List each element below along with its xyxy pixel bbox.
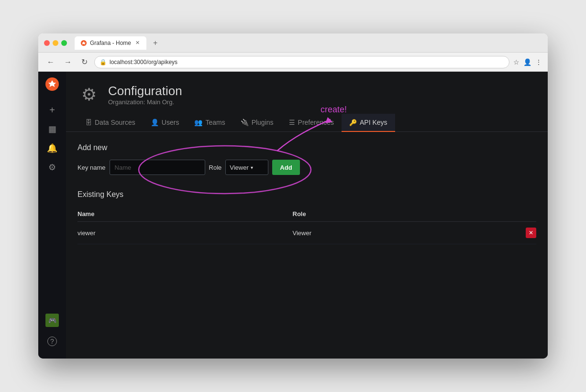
close-window-button[interactable] [44,40,50,46]
tab-plugins-label: Plugins [252,119,274,126]
row-actions: ✕ [508,228,536,238]
tab-data-sources[interactable]: 🗄 Data Sources [77,114,143,132]
tab-users-label: Users [162,119,179,126]
sidebar-item-dashboards[interactable]: ▦ [38,120,66,139]
role-dropdown[interactable]: Viewer ▾ [225,160,268,175]
row-name: viewer [77,229,293,237]
key-name-input[interactable] [110,160,205,175]
chevron-down-icon: ▾ [251,165,253,170]
favicon-icon [80,40,87,46]
toolbar-actions: ☆ 👤 ⋮ [513,58,542,66]
role-value: Viewer [230,164,249,171]
preferences-icon: ☰ [289,119,295,126]
configuration-icon: ⚙ [81,85,97,105]
row-role: Viewer [293,229,508,237]
minimize-window-button[interactable] [53,40,58,46]
tab-preferences-label: Preferences [298,119,334,126]
column-name: Name [77,210,293,218]
tab-close-button[interactable]: ✕ [134,40,141,46]
add-new-form: Key name Role Viewer ▾ Add [77,160,536,175]
address-bar[interactable]: 🔒 localhost:3000/org/apikeys [94,56,509,68]
tab-api-keys-label: API Keys [360,119,387,126]
page-subtitle: Organization: Main Org. [108,98,182,106]
menu-button[interactable]: ⋮ [535,58,542,66]
new-tab-button[interactable]: + [150,39,160,47]
app-container: + ▦ 🔔 ⚙ 🎮 [38,72,548,359]
sidebar-item-help[interactable]: ? [45,332,59,351]
sidebar-item-add[interactable]: + [38,100,66,120]
grid-icon: ▦ [48,124,56,134]
tab-teams-label: Teams [205,119,225,126]
api-keys-icon: 🔑 [349,119,357,126]
maximize-window-button[interactable] [61,40,67,46]
tab-users[interactable]: 👤 Users [143,114,187,132]
plugins-icon: 🔌 [241,119,249,126]
sidebar-item-settings[interactable]: ⚙ [38,158,66,177]
annotation-text: create! [321,105,347,114]
teams-icon: 👥 [194,119,202,126]
column-role: Role [293,210,508,218]
page-header-icon: ⚙ [77,83,100,106]
gear-icon: ⚙ [48,162,56,173]
bell-icon: 🔔 [47,143,57,153]
delete-key-button[interactable]: ✕ [526,228,536,238]
bookmark-button[interactable]: ☆ [513,58,520,66]
role-label: Role [209,164,222,171]
tab-title: Grafana - Home [90,40,131,46]
traffic-lights [44,40,67,46]
back-button[interactable]: ← [44,56,57,68]
existing-keys-section: Existing Keys Name Role viewer Viewer ✕ [77,190,536,244]
page-header-text: Configuration Organization: Main Org. [108,84,182,106]
main-content: ⚙ Configuration Organization: Main Org. … [66,72,548,359]
tab-api-keys[interactable]: 🔑 API Keys [342,114,395,132]
table-header: Name Role [77,207,536,222]
page-header: ⚙ Configuration Organization: Main Org. [66,72,548,106]
help-icon: ? [47,337,57,346]
user-avatar: 🎮 [45,314,59,327]
browser-tab[interactable]: Grafana - Home ✕ [75,36,146,50]
key-name-label: Key name [77,164,106,171]
sidebar: + ▦ 🔔 ⚙ 🎮 [38,72,66,359]
url-display: localhost:3000/org/apikeys [110,59,177,65]
sidebar-logo[interactable] [44,76,61,93]
tab-teams[interactable]: 👥 Teams [187,114,232,132]
grafana-logo-icon [44,76,60,92]
sidebar-bottom: 🎮 ? [45,311,59,355]
add-button[interactable]: Add [272,160,299,175]
forward-button[interactable]: → [61,56,75,68]
tab-data-sources-label: Data Sources [95,119,135,126]
plus-icon: + [49,105,55,116]
page-title: Configuration [108,84,182,98]
profile-button[interactable]: 👤 [523,58,531,66]
tabs-container: 🗄 Data Sources 👤 Users 👥 Teams 🔌 Plugins [66,114,548,132]
browser-toolbar: ← → ↻ 🔒 localhost:3000/org/apikeys ☆ 👤 ⋮ [38,53,548,72]
add-new-title: Add new [77,143,536,152]
tab-plugins[interactable]: 🔌 Plugins [233,114,281,132]
content-area: Add new Key name Role Viewer ▾ Add [66,132,548,359]
refresh-button[interactable]: ↻ [78,55,90,68]
add-new-section: Add new Key name Role Viewer ▾ Add [77,143,536,175]
column-actions [508,210,536,218]
browser-titlebar: Grafana - Home ✕ + [38,33,548,53]
sidebar-item-alerts[interactable]: 🔔 [38,139,66,158]
table-row: viewer Viewer ✕ [77,222,536,244]
sidebar-item-avatar[interactable]: 🎮 [45,311,59,330]
browser-content: + ▦ 🔔 ⚙ 🎮 [38,72,548,359]
existing-keys-title: Existing Keys [77,190,536,199]
tab-preferences[interactable]: ☰ Preferences [281,114,342,132]
users-icon: 👤 [151,119,159,126]
data-sources-icon: 🗄 [85,119,92,126]
